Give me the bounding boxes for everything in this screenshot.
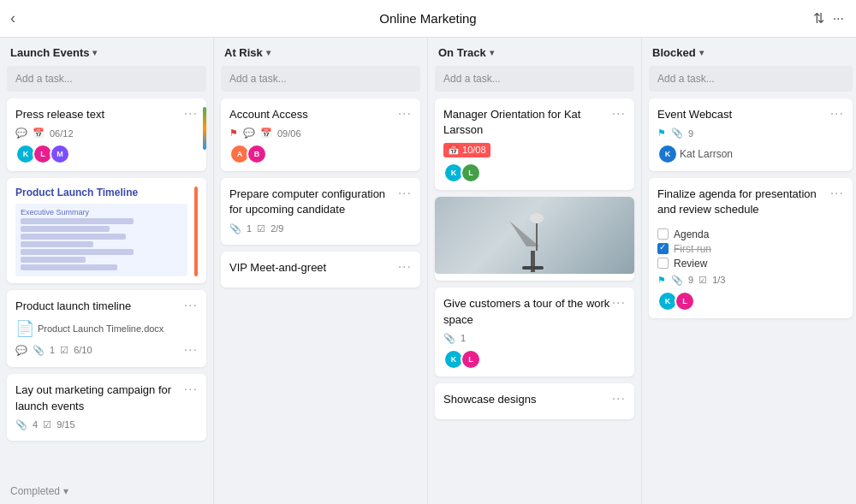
lamp-svg bbox=[501, 199, 569, 272]
task-icon: ☑ bbox=[257, 223, 265, 234]
more-icon[interactable]: ··· bbox=[184, 107, 198, 121]
card-vip-meetgreet: VIP Meet-and-greet ··· bbox=[221, 252, 420, 288]
card-title: Account Access bbox=[229, 107, 308, 122]
filter-icon[interactable]: ⇅ bbox=[813, 10, 824, 27]
card-account-access: Account Access ··· ⚑ 💬 📅 09/06 A B bbox=[221, 98, 420, 171]
date-badge: 📅 10/08 bbox=[443, 143, 490, 157]
task-icon: ☑ bbox=[60, 345, 68, 356]
chevron-down-icon: ▾ bbox=[490, 48, 494, 57]
flag-icon: ⚑ bbox=[657, 127, 666, 139]
header: ‹ Online Marketing ⇅ ··· bbox=[0, 0, 856, 38]
page-title: Online Marketing bbox=[379, 11, 476, 26]
card-meta: 💬 📅 06/12 bbox=[15, 127, 198, 139]
add-task-launch-events[interactable]: Add a task... bbox=[7, 66, 206, 92]
back-button[interactable]: ‹ bbox=[10, 9, 15, 27]
more-icon[interactable]: ··· bbox=[612, 107, 626, 121]
cards-blocked: Event Webcast ··· ⚑ 📎 9 K Kat Larrson Fi… bbox=[642, 98, 856, 504]
word-doc-icon: 📄 bbox=[15, 319, 34, 338]
column-header-blocked: Blocked ▾ bbox=[642, 38, 856, 66]
clip-icon: 📎 bbox=[15, 419, 27, 430]
header-actions: ⇅ ··· bbox=[813, 10, 844, 27]
svg-rect-1 bbox=[522, 266, 544, 270]
checkbox-item-firstrun: First run bbox=[657, 243, 844, 255]
card-title: Manager Orientation for Kat Larsson bbox=[443, 107, 612, 138]
avatar: B bbox=[247, 144, 267, 164]
column-header-on-track: On Track ▾ bbox=[428, 38, 641, 66]
date-icon: 📅 bbox=[260, 127, 272, 139]
card-event-webcast: Event Webcast ··· ⚑ 📎 9 K Kat Larrson bbox=[649, 98, 853, 171]
column-header-launch-events: Launch Events ▾ bbox=[0, 38, 213, 66]
column-header-at-risk: At Risk ▾ bbox=[214, 38, 427, 66]
checkbox-item-review: Review bbox=[657, 258, 844, 270]
cards-on-track: Manager Orientation for Kat Larsson ··· … bbox=[428, 98, 641, 504]
avatar: L bbox=[461, 163, 481, 183]
chat-icon: 💬 bbox=[243, 127, 255, 139]
avatar: L bbox=[461, 349, 481, 370]
more-icon[interactable]: ··· bbox=[830, 107, 844, 121]
card-meta: 📅 10/08 bbox=[443, 143, 626, 157]
more-icon[interactable]: ··· bbox=[612, 392, 626, 406]
card-title: VIP Meet-and-greet bbox=[229, 260, 326, 276]
avatar: L bbox=[675, 291, 695, 311]
card-lamp-image bbox=[435, 197, 634, 281]
card-give-customers: Give customers a tour of the work space … bbox=[435, 288, 634, 376]
cards-launch-events: Press release text ··· 💬 📅 06/12 K L M bbox=[0, 98, 213, 478]
chat-icon: 💬 bbox=[15, 127, 27, 139]
card-meta: 📎 1 ☑ 2/9 bbox=[229, 223, 412, 234]
checkbox-agenda[interactable] bbox=[657, 228, 669, 240]
card-title: Lay out marketing campaign for launch ev… bbox=[15, 382, 184, 413]
more-icon[interactable]: ··· bbox=[184, 343, 198, 357]
chevron-down-icon: ▾ bbox=[699, 48, 704, 57]
card-finalize-agenda: Finalize agenda for presentation and rev… bbox=[649, 178, 853, 317]
more-icon[interactable]: ··· bbox=[398, 260, 412, 274]
clip-icon: 📎 bbox=[671, 275, 683, 286]
more-icon[interactable]: ··· bbox=[398, 187, 412, 200]
chevron-down-icon: ▾ bbox=[266, 48, 270, 57]
checkbox-item-agenda: Agenda bbox=[657, 228, 844, 240]
card-meta: 📎 4 ☑ 9/15 bbox=[15, 419, 198, 430]
add-task-blocked[interactable]: Add a task... bbox=[649, 66, 853, 92]
card-product-timeline: Product Launch Timeline Executive Summar… bbox=[7, 178, 206, 283]
flag-icon: ⚑ bbox=[657, 275, 666, 286]
more-icon[interactable]: ··· bbox=[833, 11, 844, 27]
more-icon[interactable]: ··· bbox=[830, 187, 844, 200]
card-title: Showcase designs bbox=[443, 392, 536, 407]
chat-icon: 💬 bbox=[15, 345, 27, 356]
add-task-on-track[interactable]: Add a task... bbox=[435, 66, 634, 92]
more-icon[interactable]: ··· bbox=[184, 299, 198, 312]
completed-section[interactable]: Completed ▾ bbox=[0, 478, 213, 504]
chevron-down-icon: ▾ bbox=[63, 485, 68, 497]
card-meta: ⚑ 📎 9 ☑ 1/3 bbox=[657, 275, 844, 286]
card-title: Event Webcast bbox=[657, 107, 732, 122]
card-meta: 📎 1 bbox=[443, 333, 626, 344]
column-blocked: Blocked ▾ Add a task... Event Webcast ··… bbox=[642, 38, 856, 504]
more-icon[interactable]: ··· bbox=[184, 382, 198, 396]
clip-icon: 📎 bbox=[671, 127, 683, 139]
card-title: Press release text bbox=[15, 107, 104, 122]
doc-name: Product Launch Timeline.docx bbox=[38, 323, 163, 334]
checkbox-review[interactable] bbox=[657, 258, 669, 269]
timeline-title: Product Launch Timeline bbox=[15, 187, 187, 199]
card-meta: 💬 📎 1 ☑ 6/10 ··· bbox=[15, 343, 198, 357]
checkbox-firstrun[interactable] bbox=[657, 243, 669, 254]
card-meta: ⚑ 💬 📅 09/06 bbox=[229, 127, 412, 139]
cards-at-risk: Account Access ··· ⚑ 💬 📅 09/06 A B Prepa… bbox=[214, 98, 427, 504]
card-title: Prepare computer configuration for upcom… bbox=[229, 187, 398, 217]
column-at-risk: At Risk ▾ Add a task... Account Access ·… bbox=[214, 38, 428, 504]
card-showcase: Showcase designs ··· bbox=[435, 383, 634, 419]
svg-point-2 bbox=[530, 213, 544, 223]
avatar: M bbox=[50, 144, 70, 164]
card-meta: ⚑ 📎 9 bbox=[657, 127, 844, 139]
card-marketing-campaign: Lay out marketing campaign for launch ev… bbox=[7, 374, 206, 440]
card-title: Give customers a tour of the work space bbox=[443, 296, 612, 327]
card-computer-config: Prepare computer configuration for upcom… bbox=[221, 178, 420, 244]
more-icon[interactable]: ··· bbox=[398, 107, 412, 121]
person-name: Kat Larrson bbox=[680, 148, 733, 160]
card-manager-orientation: Manager Orientation for Kat Larsson ··· … bbox=[435, 98, 634, 190]
chevron-down-icon: ▾ bbox=[92, 48, 97, 57]
column-launch-events: Launch Events ▾ Add a task... Press rele… bbox=[0, 38, 214, 504]
more-icon[interactable]: ··· bbox=[612, 296, 626, 310]
clip-icon: 📎 bbox=[443, 333, 455, 344]
add-task-at-risk[interactable]: Add a task... bbox=[221, 66, 420, 92]
card-product-launch-doc: Product launch timeline ··· 📄 Product La… bbox=[7, 290, 206, 367]
